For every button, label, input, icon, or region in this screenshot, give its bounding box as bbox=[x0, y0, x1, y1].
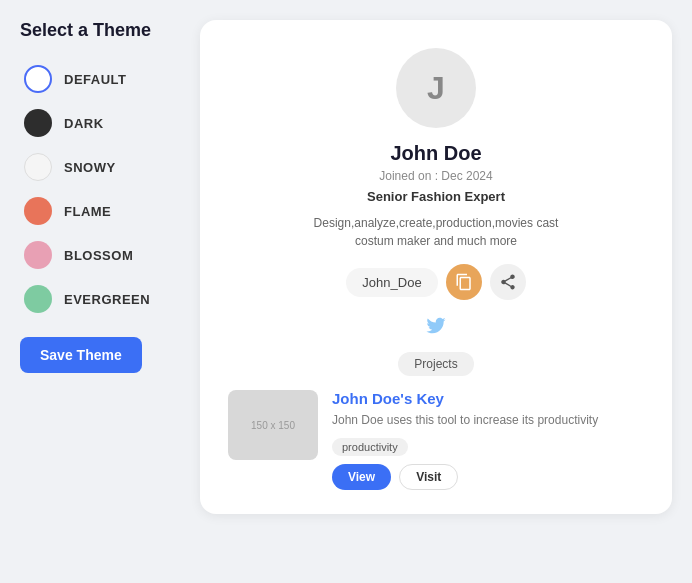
project-thumbnail: 150 x 150 bbox=[228, 390, 318, 460]
project-tag: productivity bbox=[332, 438, 408, 456]
theme-circle-evergreen bbox=[24, 285, 52, 313]
avatar: J bbox=[396, 48, 476, 128]
theme-circle-dark bbox=[24, 109, 52, 137]
theme-option-default[interactable]: DEFAULT bbox=[20, 59, 180, 99]
theme-circle-flame bbox=[24, 197, 52, 225]
copy-username-button[interactable] bbox=[446, 264, 482, 300]
view-button[interactable]: View bbox=[332, 464, 391, 490]
profile-joined: Joined on : Dec 2024 bbox=[379, 169, 492, 183]
theme-label-default: DEFAULT bbox=[64, 72, 126, 87]
twitter-icon-container[interactable] bbox=[425, 314, 447, 340]
visit-button[interactable]: Visit bbox=[399, 464, 458, 490]
project-title: John Doe's Key bbox=[332, 390, 644, 407]
project-description: John Doe uses this tool to increase its … bbox=[332, 412, 644, 429]
theme-option-blossom[interactable]: BLOSSOM bbox=[20, 235, 180, 275]
theme-option-flame[interactable]: FLAME bbox=[20, 191, 180, 231]
copy-icon bbox=[455, 273, 473, 291]
theme-option-dark[interactable]: DARK bbox=[20, 103, 180, 143]
profile-name: John Doe bbox=[390, 142, 481, 165]
theme-option-snowy[interactable]: SNOWY bbox=[20, 147, 180, 187]
profile-card: J John Doe Joined on : Dec 2024 Senior F… bbox=[200, 20, 672, 514]
profile-title: Senior Fashion Expert bbox=[367, 189, 505, 204]
projects-label: Projects bbox=[398, 352, 473, 376]
theme-selector-panel: Select a Theme DEFAULT DARK SNOWY FLAME … bbox=[20, 20, 180, 514]
theme-circle-snowy bbox=[24, 153, 52, 181]
twitter-icon bbox=[425, 314, 447, 336]
project-buttons: View Visit bbox=[332, 464, 644, 490]
share-icon bbox=[499, 273, 517, 291]
project-row: 150 x 150 John Doe's Key John Doe uses t… bbox=[228, 390, 644, 490]
project-info: John Doe's Key John Doe uses this tool t… bbox=[332, 390, 644, 490]
save-theme-button[interactable]: Save Theme bbox=[20, 337, 142, 373]
theme-circle-blossom bbox=[24, 241, 52, 269]
theme-label-snowy: SNOWY bbox=[64, 160, 116, 175]
username-row: John_Doe bbox=[346, 264, 525, 300]
profile-bio: Design,analyze,create,production,movies … bbox=[306, 214, 566, 250]
theme-label-flame: FLAME bbox=[64, 204, 111, 219]
username-tag: John_Doe bbox=[346, 268, 437, 297]
theme-option-evergreen[interactable]: EVERGREEN bbox=[20, 279, 180, 319]
theme-circle-default bbox=[24, 65, 52, 93]
theme-label-blossom: BLOSSOM bbox=[64, 248, 133, 263]
share-button[interactable] bbox=[490, 264, 526, 300]
main-container: Select a Theme DEFAULT DARK SNOWY FLAME … bbox=[20, 20, 672, 514]
theme-label-dark: DARK bbox=[64, 116, 104, 131]
page-title: Select a Theme bbox=[20, 20, 180, 41]
theme-label-evergreen: EVERGREEN bbox=[64, 292, 150, 307]
